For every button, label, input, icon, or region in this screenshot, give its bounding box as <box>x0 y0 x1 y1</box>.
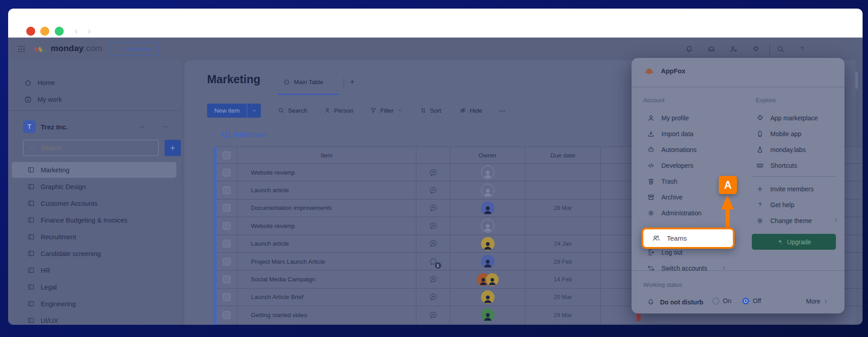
menu-item-my-profile[interactable]: My profile <box>647 110 689 126</box>
menu-item-archive[interactable]: Archive <box>647 189 683 205</box>
radio-on[interactable] <box>712 298 719 304</box>
table-row[interactable]: Email Campaign Plan 15 Feb Pending revie… <box>214 324 862 325</box>
toolbar-person-button[interactable]: Person <box>324 107 354 114</box>
owner-cell[interactable] <box>450 235 525 252</box>
radio-off-selected[interactable] <box>742 298 749 304</box>
menu-item-automations[interactable]: Automations <box>647 142 697 157</box>
more-link[interactable]: More <box>806 298 829 305</box>
owner-avatar[interactable] <box>481 308 495 322</box>
due-date-cell[interactable]: 24 Jan <box>525 235 600 252</box>
item-cell[interactable]: Website revamp <box>237 164 416 181</box>
help-question-icon[interactable] <box>798 45 807 53</box>
workspace-more-dots-icon[interactable] <box>162 123 170 131</box>
due-date-cell[interactable]: 29 Feb <box>525 253 600 270</box>
menu-item-mobile-app[interactable]: Mobile app <box>756 126 802 142</box>
chat-cell[interactable] <box>416 289 450 306</box>
row-checkbox-cell[interactable] <box>217 271 237 288</box>
sidebar-board-graphic-design[interactable]: Graphic Design <box>8 178 181 195</box>
owner-avatar-empty[interactable] <box>481 184 495 197</box>
owner-avatar-empty[interactable] <box>481 219 495 233</box>
item-cell[interactable]: Project Mars Launch Article <box>237 253 416 270</box>
apps-marketplace-puzzle-icon[interactable] <box>751 45 760 53</box>
toolbar-hide-button[interactable]: Hide <box>459 107 482 114</box>
chat-cell[interactable] <box>416 164 450 181</box>
owner-cell[interactable] <box>450 324 525 325</box>
radio-off-option[interactable]: Off <box>742 297 761 304</box>
row-checkbox-cell[interactable] <box>217 253 237 270</box>
toolbar-filter-button[interactable]: Filter <box>370 107 403 114</box>
due-date-cell[interactable]: 14 Feb <box>525 271 600 288</box>
item-cell[interactable]: Launch article <box>237 235 416 252</box>
sidebar-board-candidate-screening[interactable]: Candidate screening <box>8 245 181 262</box>
owner-cell[interactable] <box>450 164 525 181</box>
item-cell[interactable]: Website revamp <box>237 217 416 234</box>
row-checkbox[interactable] <box>223 186 231 194</box>
sidebar-search[interactable] <box>23 140 159 156</box>
chat-add-icon[interactable] <box>429 221 438 231</box>
sidebar-board-finance[interactable]: Finance Budgeting & Invoices <box>8 212 181 228</box>
menu-item-get-help[interactable]: Get help <box>756 197 794 213</box>
add-view-tab[interactable]: + <box>350 77 354 86</box>
notifications-bell-icon[interactable] <box>685 45 693 53</box>
due-date-cell[interactable]: 29 Mar <box>525 306 600 323</box>
item-cell[interactable]: Launch Article Brief <box>237 289 416 306</box>
toolbar-sort-button[interactable]: Sort <box>420 107 441 114</box>
owner-avatar[interactable] <box>481 237 495 251</box>
chat-cell[interactable]: 1 <box>416 253 450 270</box>
owner-avatar-empty[interactable] <box>481 166 495 179</box>
row-checkbox[interactable] <box>223 258 231 266</box>
search-icon[interactable] <box>776 45 785 53</box>
sidebar-search-input[interactable] <box>40 144 144 152</box>
chat-cell[interactable] <box>416 324 450 325</box>
close-window-button[interactable] <box>26 27 35 36</box>
chat-cell[interactable] <box>416 271 450 288</box>
menu-item-switch-accounts[interactable]: Switch accounts <box>647 260 707 276</box>
tab-main-table[interactable]: Main Table <box>283 78 323 85</box>
brand-wordmark[interactable]: monday.com <box>51 43 102 53</box>
menu-item-shortcuts[interactable]: Shortcuts <box>756 157 797 173</box>
workspace-chevron-down-icon[interactable] <box>138 123 146 131</box>
row-checkbox-cell[interactable] <box>217 217 237 234</box>
owner-avatar[interactable] <box>481 255 495 268</box>
select-all-checkbox[interactable] <box>223 152 231 159</box>
chat-add-icon[interactable] <box>429 239 438 248</box>
row-checkbox-cell[interactable] <box>217 289 237 306</box>
owner-cell[interactable] <box>450 306 525 323</box>
toolbar-more-dots-icon[interactable] <box>498 107 506 115</box>
owner-cell[interactable] <box>450 253 525 270</box>
sidebar-board-recruitment[interactable]: Recruitment <box>8 228 181 245</box>
row-checkbox[interactable] <box>223 275 231 283</box>
chat-cell[interactable] <box>416 181 450 199</box>
menu-item-teams-highlighted[interactable]: Teams <box>642 228 735 249</box>
sidebar-board-engineering[interactable]: Engineering <box>8 295 181 312</box>
chat-cell[interactable] <box>416 235 450 252</box>
due-date-cell[interactable] <box>525 217 600 234</box>
upgrade-button[interactable]: Upgrade <box>752 234 836 250</box>
due-date-cell[interactable]: 15 Feb <box>525 324 600 325</box>
workspace-switcher[interactable]: T Trez Inc. <box>23 120 68 133</box>
chat-cell[interactable] <box>416 306 450 323</box>
maximize-window-button[interactable] <box>55 27 64 36</box>
menu-item-invite-members[interactable]: Invite members <box>756 181 814 197</box>
sidebar-board-customer-accounts[interactable]: Customer Accounts <box>8 195 181 212</box>
monday-logo-icon[interactable] <box>34 46 46 53</box>
invite-person-add-icon[interactable] <box>729 45 738 53</box>
owner-cell[interactable] <box>450 181 525 199</box>
owner-cell[interactable] <box>450 199 525 217</box>
row-checkbox[interactable] <box>223 169 231 176</box>
row-checkbox-cell[interactable] <box>217 164 237 181</box>
apps-grid-icon[interactable] <box>17 45 26 53</box>
row-checkbox-cell[interactable] <box>217 181 237 199</box>
chat-add-icon[interactable] <box>429 310 438 320</box>
menu-item-administration[interactable]: Administration <box>647 205 702 221</box>
row-checkbox-cell[interactable] <box>217 235 237 252</box>
due-date-cell[interactable] <box>525 164 600 181</box>
toolbar-search-button[interactable]: Search <box>278 107 307 114</box>
sidebar-board-marketing[interactable]: Marketing <box>8 161 181 178</box>
due-date-cell[interactable] <box>525 181 600 199</box>
files-cell[interactable]: Pending review <box>600 324 862 325</box>
owner-avatar-group[interactable] <box>477 273 499 286</box>
inbox-tray-icon[interactable] <box>707 45 716 53</box>
see-plans-button[interactable]: See plans <box>110 42 159 56</box>
menu-item-developers[interactable]: Developers <box>647 157 693 173</box>
